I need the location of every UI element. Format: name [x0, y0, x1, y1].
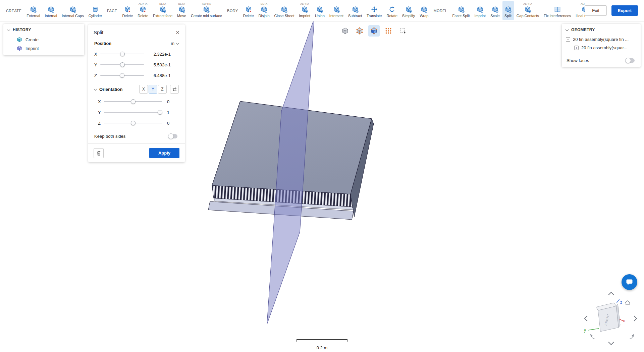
geometry-tree-item[interactable]: +20 fin assembly(squar... — [562, 44, 641, 52]
apply-button[interactable]: Apply — [149, 148, 179, 158]
orientation-y-slider[interactable] — [104, 112, 162, 113]
keep-both-sides-toggle[interactable] — [169, 134, 177, 138]
orientation-axis-z-button[interactable]: Z — [158, 85, 167, 94]
cube-imprint-icon — [301, 6, 308, 13]
tool-scale[interactable]: Scale — [488, 1, 502, 20]
tool-stage-tag: BETA — [178, 2, 185, 6]
tool-external[interactable]: External — [24, 1, 42, 20]
cube-disjoin-icon — [260, 6, 268, 13]
flip-direction-button[interactable] — [170, 85, 179, 94]
tool-fix-interferences[interactable]: Fix interferences — [542, 1, 573, 20]
tool-create-mid-surface[interactable]: ALPHACreate mid surface — [189, 1, 224, 20]
geometry-tree-item[interactable]: −20 fin assembly(square fin ... — [562, 35, 641, 44]
orbit-left-chevron[interactable] — [585, 316, 587, 321]
slider-thumb[interactable] — [131, 99, 136, 104]
chevron-down-icon[interactable] — [94, 87, 97, 91]
tool-subtract[interactable]: Subtract — [346, 1, 364, 20]
orientation-x-value-field[interactable]: 0 — [166, 99, 179, 104]
tool-gap-contacts[interactable]: ALPHAGap Contacts — [515, 1, 541, 20]
position-y-slider[interactable] — [100, 64, 144, 65]
delete-operation-button[interactable] — [94, 148, 104, 158]
slider-thumb[interactable] — [120, 52, 125, 56]
tool-facet-split[interactable]: Facet Split — [450, 1, 472, 20]
geometry-panel: GEOMETRY −20 fin assembly(square fin ...… — [562, 24, 641, 67]
orbit-up-chevron[interactable] — [608, 292, 614, 295]
history-header[interactable]: HISTORY — [3, 24, 84, 35]
position-z-value-field[interactable]: 6.488e-1 — [149, 73, 179, 78]
cube-subtract-icon — [352, 6, 359, 13]
tool-label: Simplify — [402, 14, 415, 18]
show-faces-toggle[interactable] — [626, 58, 635, 63]
tool-disjoin[interactable]: BETADisjoin — [257, 1, 272, 20]
tool-simplify[interactable]: Simplify — [400, 1, 417, 20]
tool-internal-caps[interactable]: Internal Caps — [60, 1, 86, 20]
tool-rotate[interactable]: Rotate — [384, 1, 399, 20]
tool-internal[interactable]: Internal — [43, 1, 59, 20]
orientation-axis-x-button[interactable]: X — [139, 85, 148, 94]
tool-wrap[interactable]: Wrap — [418, 1, 430, 20]
tool-heal-model[interactable]: ALPHAHeal model — [574, 1, 585, 20]
geometry-header[interactable]: GEOMETRY — [562, 24, 641, 35]
close-icon[interactable]: × — [176, 29, 179, 36]
chevron-down-icon — [176, 41, 179, 45]
position-x-value-field[interactable]: 2.322e-1 — [149, 52, 179, 57]
toolbar-group-label-body: BODY — [227, 9, 238, 13]
position-z-slider[interactable] — [100, 75, 144, 76]
tool-union[interactable]: Union — [313, 1, 327, 20]
view-faces-selection-button[interactable] — [368, 25, 380, 37]
position-sliders: X2.322e-1Y5.502e-1Z6.488e-1 — [94, 49, 179, 81]
slider-thumb[interactable] — [120, 73, 124, 78]
tool-split[interactable]: Split — [502, 1, 514, 20]
position-z-row: Z6.488e-1 — [94, 70, 179, 81]
view-points-button[interactable] — [383, 25, 394, 37]
tool-imprint[interactable]: Imprint — [473, 1, 488, 20]
tool-close-sheet[interactable]: Close Sheet — [272, 1, 297, 20]
unit-dropdown[interactable]: m — [171, 41, 179, 46]
toolbar-group-label-face: FACE — [107, 9, 117, 13]
export-button[interactable]: Export — [611, 5, 638, 16]
home-view-icon[interactable] — [625, 301, 630, 305]
tool-label: Facet Split — [452, 14, 470, 18]
tool-translate[interactable]: Translate — [365, 1, 384, 20]
slider-thumb[interactable] — [158, 110, 162, 115]
orbit-right-chevron[interactable] — [634, 316, 637, 321]
tool-delete[interactable]: Delete — [241, 1, 256, 20]
tool-label: Scale — [490, 14, 500, 18]
support-chat-button[interactable] — [622, 274, 637, 290]
roll-left-icon[interactable] — [590, 334, 595, 339]
orbit-down-chevron[interactable] — [608, 342, 614, 345]
tool-cylinder[interactable]: Cylinder — [87, 1, 104, 20]
tool-extract-face[interactable]: BETAExtract face — [151, 1, 174, 20]
view-vertices-on-body-button[interactable] — [354, 25, 365, 37]
exit-button[interactable]: Exit — [585, 5, 607, 16]
orientation-z-value-field[interactable]: 0 — [166, 121, 179, 126]
tool-imprint[interactable]: ALPHAImprint — [297, 1, 312, 20]
history-item-create[interactable]: Create — [3, 35, 84, 44]
tool-intersect[interactable]: Intersect — [327, 1, 345, 20]
orientation-z-slider[interactable] — [104, 123, 162, 123]
position-x-slider[interactable] — [100, 54, 144, 54]
cylinder-icon — [92, 6, 99, 13]
cube-wrap-icon — [420, 6, 428, 13]
view-cube[interactable]: FRONT — [596, 303, 620, 332]
divider — [562, 54, 641, 54]
keep-both-sides-row: Keep both sides — [94, 134, 179, 139]
collapse-icon[interactable]: − — [566, 37, 570, 42]
position-y-value-field[interactable]: 5.502e-1 — [149, 62, 179, 67]
roll-right-icon[interactable] — [630, 334, 634, 339]
slider-thumb[interactable] — [131, 121, 136, 125]
orientation-x-slider[interactable] — [104, 101, 162, 102]
orientation-y-value-field[interactable]: 1 — [166, 110, 179, 115]
view-solid-button[interactable] — [339, 25, 351, 37]
tool-delete[interactable]: ALPHADelete — [136, 1, 150, 20]
axis-z-label: z — [620, 300, 622, 305]
expand-icon[interactable]: + — [574, 46, 579, 50]
box-select-button[interactable] — [397, 25, 409, 37]
cube-intersect-icon — [333, 6, 340, 13]
tool-move[interactable]: BETAMove — [175, 1, 188, 20]
cube-simplify-icon — [405, 6, 412, 13]
tool-delete[interactable]: Delete — [120, 1, 135, 20]
orientation-axis-y-button[interactable]: Y — [149, 85, 157, 94]
slider-thumb[interactable] — [120, 62, 125, 67]
history-item-imprint[interactable]: Imprint — [3, 44, 84, 53]
